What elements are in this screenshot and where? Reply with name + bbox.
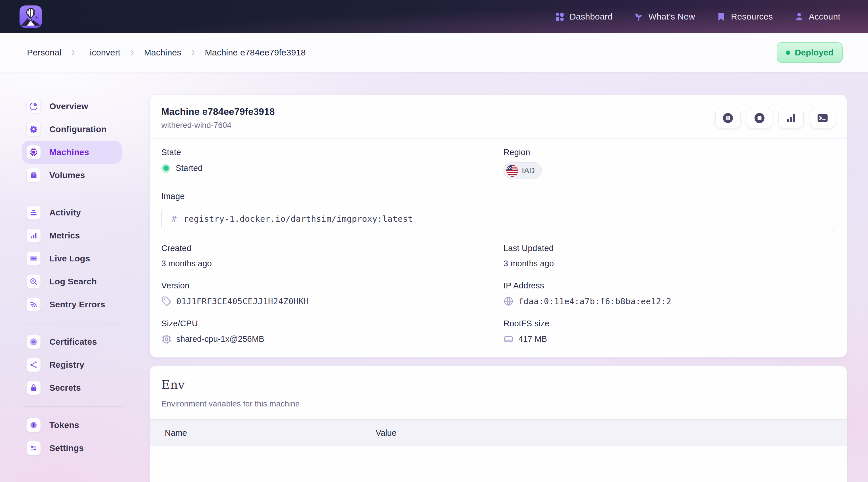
image-value: registry-1.docker.io/darthsim/imgproxy:l… bbox=[184, 214, 413, 224]
globe-icon bbox=[503, 296, 514, 306]
icon-tile bbox=[26, 274, 41, 289]
sidebar-item-label: Activity bbox=[50, 208, 81, 218]
sidebar-item-activity[interactable]: Activity bbox=[22, 201, 122, 224]
breadcrumb-item-app[interactable]: iconvert bbox=[85, 48, 121, 57]
bar-chart-icon bbox=[29, 231, 38, 240]
region-pill: IAD bbox=[503, 162, 542, 179]
rootfs-label: RootFS size bbox=[503, 319, 835, 328]
grid-icon bbox=[555, 12, 565, 22]
share-nodes-icon bbox=[29, 361, 38, 369]
breadcrumb-label: Machines bbox=[144, 48, 181, 57]
ip-field: IP Address fdaa:0:11e4:a7b:f6:b8ba:ee12:… bbox=[503, 281, 835, 306]
user-icon bbox=[794, 12, 804, 22]
nav-item-account[interactable]: Account bbox=[794, 12, 841, 22]
image-value-box: # registry-1.docker.io/darthsim/imgproxy… bbox=[161, 207, 835, 231]
image-label: Image bbox=[161, 192, 835, 201]
hash-icon: # bbox=[172, 214, 177, 224]
sidebar-item-label: Tokens bbox=[50, 420, 79, 430]
app-logo[interactable] bbox=[20, 5, 42, 28]
size-cpu-field: Size/CPU shared-cpu-1x@256MB bbox=[161, 319, 503, 344]
pause-machine-button[interactable] bbox=[715, 108, 741, 128]
sidebar-item-tokens[interactable]: Tokens bbox=[22, 414, 122, 436]
sidebar-item-live-logs[interactable]: Live Logs bbox=[22, 247, 122, 270]
machine-metrics-button[interactable] bbox=[778, 108, 804, 128]
env-card: Env Environment variables for this machi… bbox=[150, 365, 847, 482]
sidebar-divider bbox=[22, 323, 122, 323]
ip-value: fdaa:0:11e4:a7b:f6:b8ba:ee12:2 bbox=[518, 296, 671, 306]
sidebar: Overview Configuration M bbox=[22, 95, 122, 460]
breadcrumb-label: iconvert bbox=[90, 48, 121, 57]
icon-tile bbox=[26, 168, 41, 182]
stop-machine-button[interactable] bbox=[747, 108, 772, 128]
gear-icon bbox=[29, 125, 38, 134]
sidebar-item-label: Settings bbox=[50, 443, 84, 453]
icon-tile bbox=[26, 228, 41, 243]
icon-tile bbox=[26, 358, 41, 372]
sidebar-item-volumes[interactable]: Volumes bbox=[22, 164, 122, 187]
stop-circle-icon bbox=[754, 112, 765, 124]
page: Dashboard What’s New Resources Accou bbox=[0, 0, 868, 482]
sidebar-item-label: Certificates bbox=[50, 337, 97, 347]
sidebar-item-sentry-errors[interactable]: Sentry Errors bbox=[22, 293, 122, 316]
env-header: Env Environment variables for this machi… bbox=[150, 366, 847, 408]
us-flag-icon bbox=[506, 165, 518, 177]
sidebar-item-label: Log Search bbox=[50, 277, 97, 286]
nav-item-resources[interactable]: Resources bbox=[716, 12, 773, 22]
sprout-icon bbox=[634, 12, 644, 22]
sidebar-divider bbox=[22, 406, 122, 407]
last-updated-field: Last Updated 3 months ago bbox=[503, 244, 835, 268]
icon-tile bbox=[26, 99, 41, 113]
breadcrumb-item-machines[interactable]: Machines bbox=[144, 48, 181, 57]
created-value: 3 months ago bbox=[161, 259, 503, 268]
sidebar-item-machines[interactable]: Machines bbox=[22, 141, 122, 164]
top-nav-menu: Dashboard What’s New Resources Accou bbox=[555, 12, 840, 22]
sidebar-item-overview[interactable]: Overview bbox=[22, 95, 122, 118]
env-column-value: Value bbox=[376, 428, 396, 438]
version-label: Version bbox=[161, 281, 503, 290]
size-cpu-label: Size/CPU bbox=[161, 319, 503, 328]
created-label: Created bbox=[161, 244, 503, 253]
main: Machine e784ee79fe3918 withered-wind-760… bbox=[150, 94, 847, 482]
sidebar-item-log-search[interactable]: Log Search bbox=[22, 270, 122, 293]
sidebar-item-registry[interactable]: Registry bbox=[22, 353, 122, 376]
breadcrumb-label: Personal bbox=[27, 48, 61, 57]
rootfs-value: 417 MB bbox=[518, 334, 547, 344]
breadcrumb-item-current-machine: Machine e784ee79fe3918 bbox=[205, 48, 306, 57]
sidebar-item-certificates[interactable]: Certificates bbox=[22, 330, 122, 353]
icon-tile bbox=[26, 205, 41, 220]
status-badge-label: Deployed bbox=[795, 48, 834, 57]
sidebar-item-label: Volumes bbox=[50, 170, 85, 180]
state-started-dot bbox=[161, 164, 170, 173]
state-value: Started bbox=[176, 164, 203, 173]
breadcrumb-item-personal[interactable]: Personal bbox=[22, 48, 61, 57]
chevron-right-icon bbox=[128, 49, 136, 57]
last-updated-value: 3 months ago bbox=[503, 259, 835, 268]
stacked-bars-icon bbox=[29, 208, 38, 217]
icon-tile bbox=[26, 335, 41, 349]
image-field: Image # registry-1.docker.io/darthsim/im… bbox=[161, 192, 835, 231]
sidebar-item-settings[interactable]: Settings bbox=[22, 436, 122, 460]
nav-item-whats-new[interactable]: What’s New bbox=[634, 12, 695, 22]
breadcrumb-label: Machine e784ee79fe3918 bbox=[205, 48, 306, 57]
nav-item-label: Account bbox=[809, 12, 841, 22]
chip-icon bbox=[29, 148, 38, 157]
nav-item-label: Dashboard bbox=[569, 12, 612, 22]
sidebar-item-configuration[interactable]: Configuration bbox=[22, 118, 122, 141]
version-field: Version 01J1FRF3CE405CEJJ1H24Z0HKH bbox=[161, 281, 503, 306]
machine-console-button[interactable] bbox=[810, 108, 835, 128]
terminal-icon bbox=[817, 112, 828, 124]
env-table-header: Name Value bbox=[150, 419, 847, 446]
region-field: Region bbox=[503, 148, 835, 179]
bookmark-icon bbox=[716, 12, 726, 22]
sidebar-item-secrets[interactable]: Secrets bbox=[22, 376, 122, 399]
sidebar-item-label: Overview bbox=[50, 102, 88, 111]
sidebar-item-metrics[interactable]: Metrics bbox=[22, 224, 122, 247]
status-dot bbox=[786, 51, 790, 55]
icon-tile bbox=[26, 441, 41, 455]
nav-item-dashboard[interactable]: Dashboard bbox=[555, 12, 612, 22]
box-icon bbox=[29, 171, 38, 179]
last-updated-label: Last Updated bbox=[503, 244, 835, 253]
icon-tile bbox=[26, 418, 41, 432]
sentry-icon bbox=[29, 300, 38, 309]
pause-circle-icon bbox=[722, 112, 734, 124]
